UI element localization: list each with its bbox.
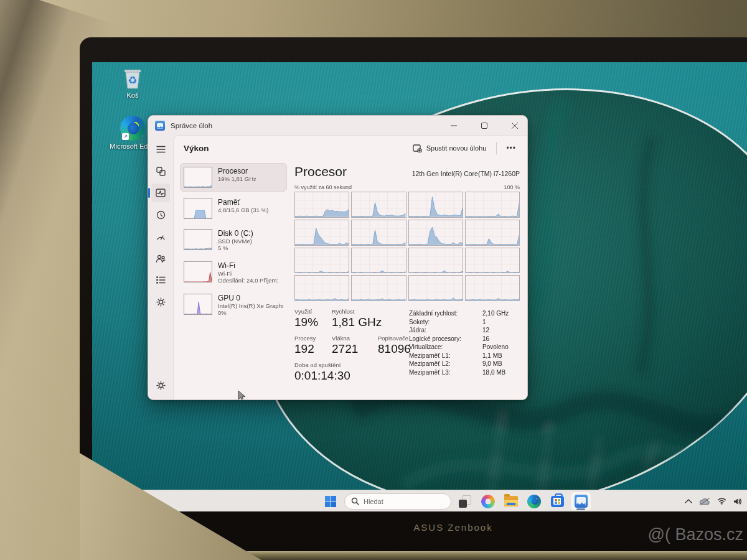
cpu-core-graph	[351, 248, 406, 274]
tab-services[interactable]	[151, 292, 170, 311]
sidebar-item-wifi[interactable]: Wi-Fi Wi-Fi Odesílání: 24,0 Příjem:	[180, 258, 287, 287]
task-manager-window: Správce úloh	[148, 115, 528, 400]
stat-speed: Rychlost1,81 GHz	[332, 308, 411, 329]
task-manager-button[interactable]	[571, 492, 591, 510]
cpu-title: Procesor	[294, 164, 347, 179]
copilot-icon	[481, 495, 495, 508]
task-view-button[interactable]	[456, 492, 474, 511]
tab-performance[interactable]	[151, 184, 170, 202]
stat-processes: Procesy192	[294, 335, 327, 356]
cpu-core-graph	[408, 192, 463, 218]
tab-app-history[interactable]	[151, 205, 170, 224]
tab-details[interactable]	[151, 271, 170, 289]
minimize-button[interactable]	[441, 116, 466, 135]
tab-processes[interactable]	[151, 162, 170, 180]
cpu-core-graph	[294, 220, 349, 246]
sidebar-item-cpu[interactable]: Procesor 19% 1,81 GHz	[180, 163, 287, 192]
recycle-bin-icon: ♻	[122, 67, 143, 90]
taskbar: 4 3°C Oblačno Hledat	[92, 490, 747, 511]
cpu-core-graphs	[294, 192, 520, 301]
desktop-icon-label: Koš	[108, 91, 157, 100]
system-tray	[685, 490, 745, 511]
tray-chevron-icon[interactable]	[685, 499, 692, 503]
cpu-core-graph	[465, 220, 520, 246]
graph-scale-label: 100 %	[504, 184, 520, 190]
copilot-button[interactable]	[479, 492, 497, 511]
cpu-detail-panel: Procesor 12th Gen Intel(R) Core(TM) i7-1…	[294, 163, 520, 393]
cpu-core-graph	[465, 192, 520, 218]
wifi-icon[interactable]	[717, 498, 726, 505]
task-manager-icon	[575, 495, 588, 508]
cpu-core-graph	[351, 220, 406, 246]
stat-handles: Popisovače81096	[378, 335, 411, 356]
performance-panel: Výkon Spustit novou úlohu •••	[173, 135, 527, 399]
close-button[interactable]	[502, 116, 527, 135]
edge-button[interactable]	[525, 492, 543, 511]
folder-icon	[504, 496, 518, 506]
run-new-task-button[interactable]: Spustit novou úlohu	[407, 141, 492, 156]
stat-uptime: Doba od spuštění0:01:14:30	[294, 362, 411, 383]
cpu-core-graph	[408, 220, 463, 246]
sidebar-item-disk[interactable]: Disk 0 (C:) SSD (NVMe) 5 %	[180, 225, 287, 255]
titlebar[interactable]: Správce úloh	[148, 116, 527, 135]
laptop-bezel: ♻ Koš ↗ Microsoft Edge Správce úloh	[80, 37, 747, 560]
sidebar-item-gpu[interactable]: GPU 0 Intel(R) Iris(R) Xe Graphi 0%	[180, 290, 287, 320]
laptop-hinge	[187, 551, 747, 560]
stat-threads: Vlákna2721	[332, 335, 373, 356]
gpu-mini-graph	[184, 294, 212, 315]
tab-startup-apps[interactable]	[151, 227, 170, 246]
search-input[interactable]: Hledat	[344, 493, 451, 510]
store-icon	[551, 496, 564, 507]
photo-watermark: @( Bazos.cz	[648, 525, 743, 544]
cpu-core-graph	[408, 275, 463, 301]
new-task-icon	[413, 144, 422, 152]
stat-utilization: Využití19%	[294, 308, 327, 329]
cpu-core-graph	[294, 275, 349, 301]
divider	[496, 142, 497, 154]
onedrive-icon[interactable]	[699, 498, 710, 505]
graph-axis-label: % využití za 60 sekund	[294, 184, 352, 190]
cpu-specs: Základní rychlost:2,10 GHz Sokety:1 Jádr…	[409, 308, 520, 383]
wifi-mini-graph	[184, 261, 212, 282]
cpu-core-graph	[465, 275, 520, 301]
mouse-cursor	[238, 390, 246, 399]
nav-rail	[148, 135, 173, 399]
sidebar-item-memory[interactable]: Paměť 4,8/15,6 GB (31 %)	[180, 194, 287, 223]
cpu-core-graph	[465, 248, 520, 274]
cpu-core-graph	[294, 192, 349, 218]
maximize-button[interactable]	[472, 116, 497, 135]
performance-sidebar: Procesor 19% 1,81 GHz Paměť 4,8/15,6 GB …	[180, 163, 287, 393]
store-button[interactable]	[548, 492, 566, 511]
edge-icon	[527, 495, 541, 508]
svg-text:♻: ♻	[128, 74, 137, 86]
photo-of-laptop: ♻ Koš ↗ Microsoft Edge Správce úloh	[0, 0, 747, 560]
cpu-core-graph	[351, 192, 406, 218]
cpu-core-graph	[351, 275, 406, 301]
menu-button[interactable]	[151, 140, 170, 159]
cpu-stats: Využití19% Rychlost1,81 GHz Procesy192	[294, 308, 405, 383]
speaker-icon[interactable]	[733, 498, 742, 505]
panel-title: Výkon	[184, 144, 407, 153]
search-placeholder: Hledat	[364, 498, 383, 505]
shortcut-arrow-icon: ↗	[122, 133, 129, 140]
cpu-core-graph	[294, 248, 349, 274]
file-explorer-button[interactable]	[502, 492, 520, 511]
desktop-icon-recycle-bin[interactable]: ♻ Koš	[108, 67, 157, 100]
window-title: Správce úloh	[171, 122, 436, 129]
cpu-mini-graph	[184, 167, 212, 188]
memory-mini-graph	[184, 198, 212, 219]
start-button[interactable]	[321, 492, 340, 511]
screen: ♻ Koš ↗ Microsoft Edge Správce úloh	[92, 62, 747, 511]
more-options-button[interactable]: •••	[501, 141, 521, 155]
search-icon	[351, 497, 359, 505]
taskbar-center: Hledat	[321, 490, 591, 511]
disk-mini-graph	[184, 229, 212, 250]
tab-users[interactable]	[151, 249, 170, 268]
cpu-chip-name: 12th Gen Intel(R) Core(TM) i7-1260P	[412, 170, 520, 177]
edge-icon: ↗	[120, 116, 145, 141]
task-manager-app-icon	[155, 121, 165, 131]
laptop-brand-text: ASUS Zenbook	[413, 522, 492, 533]
settings-button[interactable]	[151, 376, 170, 394]
cpu-core-graph	[408, 248, 463, 274]
